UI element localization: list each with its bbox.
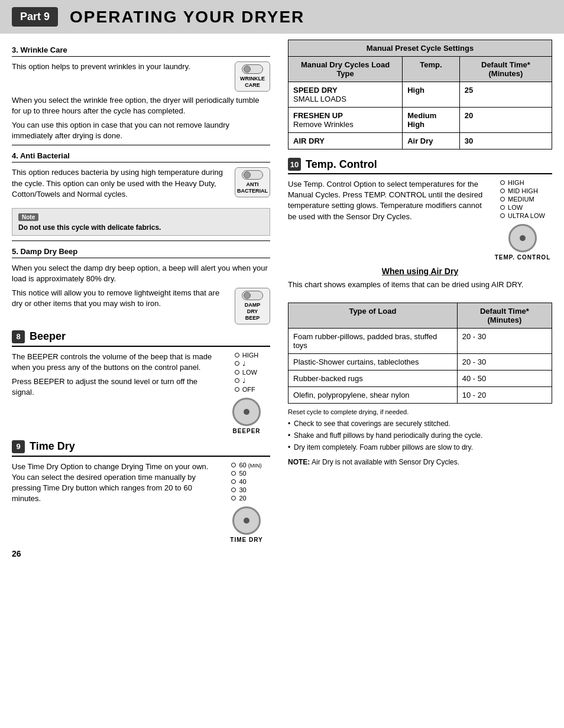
anti-bacterial-button: ANTI BACTERIAL [235,167,270,197]
load-row2-time: 20 - 30 [457,354,552,370]
preset-row1-sub: SMALL LOADS [293,95,346,103]
toggle-circle-dd [244,292,251,299]
td-opt-40: 40 [231,478,261,485]
bullet-2: Shake and fluff pillows by hand periodic… [288,431,552,441]
radio-high [235,353,239,358]
load-row1-type: Foam rubber-pillows, padded bras, stuffe… [289,329,458,354]
preset-row-3: AIR DRY Air Dry 30 [289,133,552,150]
section10-header: 10 Temp. Control [288,158,552,174]
bullet-1: Check to see that coverings are securely… [288,419,552,429]
temp-dial-label: TEMP. CONTROL [495,254,550,261]
preset-row2-time: 20 [459,108,552,133]
section3-title: 3. Wrinkle Care [12,46,270,57]
temp-dial-inner [520,235,526,241]
wrinkle-care-row: This option helps to prevent wrinkles in… [12,61,270,92]
temp-dial-options: HIGH MID HIGH MEDIUM LOW ULTRA LOW [500,179,545,220]
time-dry-section: Use Time Dry Option to change Drying Tim… [12,462,270,543]
beeper-dial-circle [232,398,261,426]
load-row3-time: 40 - 50 [457,370,552,387]
load-row-1: Foam rubber-pillows, padded bras, stuffe… [289,329,552,354]
beeper-dial-widget: HIGH ♩ LOW ♩ OFF BEEPER [223,352,270,434]
air-dry-note-text: Air Dry is not available with Sensor Dry… [312,458,459,466]
temp-control-text: Use Temp. Control Option to select tempe… [288,179,485,261]
load-row-4: Olefin, polypropylene, shear nylon 10 - … [289,387,552,404]
beeper-opt-off: OFF [235,386,259,393]
td-opt-30: 30 [231,486,261,493]
left-column: 3. Wrinkle Care This option helps to pre… [12,40,282,543]
beeper-dial-label: BEEPER [232,428,260,434]
section10-number: 10 [288,158,301,171]
temp-opt-ultralow: ULTRA LOW [500,212,545,219]
preset-row3-time: 30 [459,133,552,150]
time-dry-dial-circle [232,506,261,535]
preset-row-1: SPEED DRYSMALL LOADS High 25 [289,82,552,108]
main-content: 3. Wrinkle Care This option helps to pre… [0,40,564,543]
temp-opt-low: LOW [500,204,545,211]
section10-title: Temp. Control [306,158,377,171]
load-row1-time: 20 - 30 [457,329,552,354]
section5-title: 5. Damp Dry Beep [12,247,270,258]
radio-temp-ultralow [500,213,505,218]
anti-bacterial-para1: This option reduces bacteria by using hi… [12,167,229,200]
beeper-opt-high: HIGH [235,352,259,359]
temp-dial-circle [508,224,537,252]
preset-col2: Temp. [403,57,460,82]
time-dry-text: Use Time Dry Option to change Drying Tim… [12,462,215,508]
damp-dry-para2: This notice will allow you to remove lig… [12,288,229,309]
toggle-pill-dd [242,291,263,300]
radio-off [235,387,239,392]
beeper-para2: Press BEEPER to adjust the sound level o… [12,376,215,398]
time-dry-dial-widget: 60 (MIN) 50 40 30 20 TIME DRY [223,462,270,543]
air-dry-note: NOTE: Air Dry is not available with Sens… [288,457,552,467]
preset-table: Manual Preset Cycle Settings Manual Dry … [288,40,552,150]
load-col1: Type of Load [289,303,458,329]
toggle-circle [244,66,251,73]
note-box: Note Do not use this cycle with delicate… [12,208,270,236]
radio-temp-low [500,205,505,210]
preset-row1-time: 25 [459,82,552,108]
preset-row1-type: SPEED DRYSMALL LOADS [289,82,403,108]
note-text: Do not use this cycle with delicate fabr… [18,223,264,232]
load-row-3: Rubber-backed rugs 40 - 50 [289,370,552,387]
preset-row2-sub: Remove Wrinkles [293,120,354,129]
air-dry-intro: This chart shows examples of items that … [288,280,552,290]
page-header: Part 9 OPERATING YOUR DRYER [0,0,564,34]
preset-col1: Manual Dry Cycles Load Type [289,57,403,82]
temp-dial-widget: HIGH MID HIGH MEDIUM LOW ULTRA LOW TEMP.… [493,179,552,261]
section9-header: 9 Time Dry [12,440,270,457]
temp-control-para1: Use Temp. Control Option to select tempe… [288,179,485,222]
wrinkle-care-para3: You can use this option in case that you… [12,120,270,141]
radio-2 [235,361,239,366]
beeper-para1: The BEEPER controls the volume of the be… [12,352,215,373]
time-dry-para1: Use Time Dry Option to change Drying Tim… [12,462,215,505]
preset-row3-type: AIR DRY [289,133,403,150]
load-row4-time: 10 - 20 [457,387,552,404]
temp-section: Use Temp. Control Option to select tempe… [288,179,552,261]
radio-temp-midhigh [500,188,505,193]
beeper-text: The BEEPER controls the volume of the be… [12,352,215,402]
time-dry-dial-options: 60 (MIN) 50 40 30 20 [231,462,261,503]
preset-row1-temp: High [403,82,460,108]
divider1 [12,145,270,145]
toggle-pill-ab [242,170,263,180]
radio-temp-high [500,180,505,185]
beeper-dial-inner [244,409,249,415]
wrinkle-care-para1: This option helps to prevent wrinkles in… [12,61,229,72]
part-badge: Part 9 [12,7,58,27]
temp-opt-midhigh: MID HIGH [500,187,545,194]
temp-opt-high: HIGH [500,179,545,186]
damp-dry-row: This notice will allow you to remove lig… [12,288,270,324]
air-dry-title: When using Air Dry [288,266,552,276]
wrinkle-care-text: This option helps to prevent wrinkles in… [12,61,229,76]
beeper-opt-3: ♩ [235,377,259,385]
wrinkle-care-button: WRINKLE CARE [235,61,270,92]
anti-btn-line2: BACTERIAL [237,188,268,194]
preset-col3: Default Time* (Minutes) [459,57,552,82]
radio-td-50 [231,471,236,476]
load-row4-type: Olefin, polypropylene, shear nylon [289,387,458,404]
section9-title: Time Dry [30,440,75,453]
bullet-3: Dry item completely. Foam rubber pillows… [288,443,552,453]
section8-title: Beeper [30,330,66,343]
load-col2: Default Time* (Minutes) [457,303,552,329]
radio-td-20 [231,496,236,500]
